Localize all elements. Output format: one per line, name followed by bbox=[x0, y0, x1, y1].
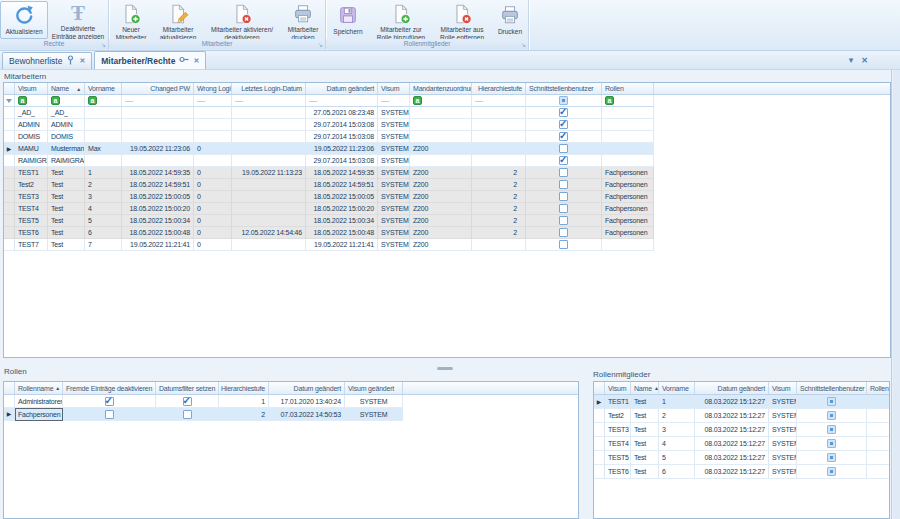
cell-wrong_login[interactable] bbox=[194, 131, 232, 143]
cell-visum[interactable]: TEST6 bbox=[15, 227, 48, 239]
col-header-vorname[interactable]: Vorname bbox=[659, 382, 695, 394]
filter-cell-visum2[interactable]: — bbox=[378, 95, 410, 107]
cell-schnittstelle[interactable] bbox=[526, 119, 602, 131]
cell-rollen[interactable] bbox=[602, 107, 654, 119]
cell-datum_geaendert[interactable]: 17.01.2020 13:40:24 bbox=[269, 395, 345, 408]
cell-datum_geaendert[interactable]: 29.07.2014 15:03:08 bbox=[306, 131, 378, 143]
col-header-schnittstelle[interactable]: Schnittstellenbenutzer bbox=[797, 382, 867, 394]
cell-visum[interactable]: TEST4 bbox=[605, 437, 631, 451]
cell-vorname[interactable]: 4 bbox=[659, 437, 695, 451]
cell-name[interactable]: Test bbox=[631, 395, 659, 409]
cell-hierarchie[interactable]: 2 bbox=[472, 191, 526, 203]
table-row[interactable]: TEST7Test719.05.2022 11:21:41019.05.2022… bbox=[4, 239, 890, 251]
cell-visum2[interactable]: SYSTEM bbox=[378, 215, 410, 227]
cell-visum2[interactable]: SYSTEM bbox=[378, 203, 410, 215]
table-row[interactable]: Administratoren117.01.2020 13:40:24SYSTE… bbox=[4, 395, 578, 408]
cell-datum_geaendert[interactable]: 08.03.2022 15:12:27 bbox=[695, 409, 769, 423]
col-header-datum_geaendert[interactable]: Datum geändert bbox=[269, 382, 345, 394]
col-header-visum[interactable]: Visum bbox=[15, 83, 48, 94]
cell-datum_geaendert[interactable]: 19.05.2022 11:21:41 bbox=[306, 239, 378, 251]
cell-visum2[interactable]: SYSTEM bbox=[769, 437, 797, 451]
table-row[interactable]: TEST5Test518.05.2022 15:00:34018.05.2022… bbox=[4, 215, 890, 227]
cell-hierarchie[interactable]: 2 bbox=[472, 179, 526, 191]
cell-schnittstelle[interactable] bbox=[526, 239, 602, 251]
cell-name[interactable]: Test bbox=[631, 437, 659, 451]
table-row[interactable]: TEST4Test418.05.2022 15:00:20018.05.2022… bbox=[4, 203, 890, 215]
cell-vorname[interactable]: 3 bbox=[85, 191, 122, 203]
cell-letztes_login[interactable]: 19.05.2022 11:13:23 bbox=[232, 167, 306, 179]
cell-mandant[interactable] bbox=[410, 131, 472, 143]
filter-cell-datum_geaendert[interactable]: — bbox=[306, 95, 378, 107]
cell-visum[interactable]: TEST5 bbox=[605, 451, 631, 465]
col-header-hierarchie[interactable]: Hierarchiestufe bbox=[219, 382, 269, 394]
cell-name[interactable]: Test bbox=[631, 409, 659, 423]
cell-datum_geaendert[interactable]: 08.03.2022 15:12:27 bbox=[695, 451, 769, 465]
table-row[interactable]: ADMINADMIN29.07.2014 15:03:08SYSTEM bbox=[4, 119, 890, 131]
cell-datumsfilter[interactable] bbox=[156, 395, 219, 408]
table-row[interactable]: RAIMIGRARAIMIGRA29.07.2014 15:03:08SYSTE… bbox=[4, 155, 890, 167]
cell-letztes_login[interactable] bbox=[232, 191, 306, 203]
cell-changed_pw[interactable]: 19.05.2022 11:21:41 bbox=[122, 239, 194, 251]
checkbox[interactable] bbox=[105, 410, 114, 419]
cell-mandant[interactable]: Z200 bbox=[410, 167, 472, 179]
cell-visum[interactable]: TEST3 bbox=[15, 191, 48, 203]
cell-letztes_login[interactable] bbox=[232, 239, 306, 251]
checkbox[interactable] bbox=[559, 108, 568, 117]
col-header-datumsfilter[interactable]: Datumsfilter setzen bbox=[156, 382, 219, 394]
cell-vorname[interactable]: 5 bbox=[659, 451, 695, 465]
cell-changed_pw[interactable]: 18.05.2022 15:00:48 bbox=[122, 227, 194, 239]
cell-rollen[interactable] bbox=[602, 239, 654, 251]
cell-hierarchie[interactable]: 2 bbox=[472, 227, 526, 239]
cell-letztes_login[interactable] bbox=[232, 143, 306, 155]
table-row[interactable]: TEST3Test318.05.2022 15:00:05018.05.2022… bbox=[4, 191, 890, 203]
cell-datum_geaendert[interactable]: 18.05.2022 14:59:35 bbox=[306, 167, 378, 179]
checkbox[interactable] bbox=[105, 397, 114, 406]
filter-cell-hierarchie[interactable]: — bbox=[472, 95, 526, 107]
cell-hierarchie[interactable] bbox=[472, 131, 526, 143]
cell-letztes_login[interactable]: 12.05.2022 14:54:46 bbox=[232, 227, 306, 239]
cell-datum_geaendert[interactable]: 08.03.2022 15:12:27 bbox=[695, 423, 769, 437]
cell-visum[interactable]: Test2 bbox=[15, 179, 48, 191]
cell-datum_geaendert[interactable]: 29.07.2014 15:03:08 bbox=[306, 119, 378, 131]
cell-visum2[interactable]: SYSTEM bbox=[378, 143, 410, 155]
checkbox[interactable] bbox=[827, 453, 836, 462]
table-row[interactable]: TEST6Test618.05.2022 15:00:48012.05.2022… bbox=[4, 227, 890, 239]
filter-checkbox[interactable] bbox=[559, 96, 568, 105]
cell-rollen[interactable] bbox=[867, 465, 890, 479]
cell-fremde[interactable] bbox=[63, 408, 156, 421]
cell-vorname[interactable] bbox=[85, 119, 122, 131]
cell-vorname[interactable] bbox=[85, 131, 122, 143]
cell-name[interactable]: Test bbox=[48, 179, 85, 191]
neuer-mitarbeiter-button[interactable]: Neuer Mitarbeiter bbox=[109, 1, 153, 39]
cell-wrong_login[interactable] bbox=[194, 155, 232, 167]
cell-schnittstelle[interactable] bbox=[797, 423, 867, 437]
checkbox[interactable] bbox=[559, 216, 568, 225]
col-header-visum2[interactable]: Visum bbox=[378, 83, 410, 94]
cell-visum2[interactable]: SYSTEM bbox=[769, 423, 797, 437]
cell-wrong_login[interactable]: 0 bbox=[194, 167, 232, 179]
cell-visum[interactable]: TEST4 bbox=[15, 203, 48, 215]
deaktivierte-eintraege-anzeigen-button[interactable]: Ŧ Deaktivierte Einträge anzeigen bbox=[48, 1, 108, 39]
cell-visum[interactable]: DOMIS bbox=[15, 131, 48, 143]
cell-mandant[interactable]: Z200 bbox=[410, 203, 472, 215]
cell-vorname[interactable]: 7 bbox=[85, 239, 122, 251]
checkbox[interactable] bbox=[559, 180, 568, 189]
col-header-wrong_login[interactable]: Wrong Login bbox=[194, 83, 232, 94]
cell-hierarchie[interactable]: 2 bbox=[472, 203, 526, 215]
cell-name[interactable]: DOMIS bbox=[48, 131, 85, 143]
cell-changed_pw[interactable] bbox=[122, 107, 194, 119]
cell-visum_geaendert[interactable]: SYSTEM bbox=[345, 408, 403, 421]
cell-visum2[interactable]: SYSTEM bbox=[769, 465, 797, 479]
col-header-visum2[interactable]: Visum bbox=[769, 382, 797, 394]
mitarbeiter-zur-rolle-hinzufuegen-button[interactable]: Mitarbeiter zur Rolle hinzufügen bbox=[370, 1, 432, 39]
cell-vorname[interactable]: 3 bbox=[659, 423, 695, 437]
cell-schnittstelle[interactable] bbox=[526, 155, 602, 167]
cell-vorname[interactable] bbox=[85, 107, 122, 119]
checkbox[interactable] bbox=[559, 144, 568, 153]
drucken-button[interactable]: Drucken bbox=[492, 1, 528, 39]
table-row[interactable]: ▶Fachpersonen207.03.2022 14:50:53SYSTEM bbox=[4, 408, 578, 421]
cell-schnittstelle[interactable] bbox=[797, 395, 867, 409]
cell-visum[interactable]: ADMIN bbox=[15, 119, 48, 131]
cell-hierarchie[interactable]: 2 bbox=[472, 167, 526, 179]
cell-visum[interactable]: TEST3 bbox=[605, 423, 631, 437]
